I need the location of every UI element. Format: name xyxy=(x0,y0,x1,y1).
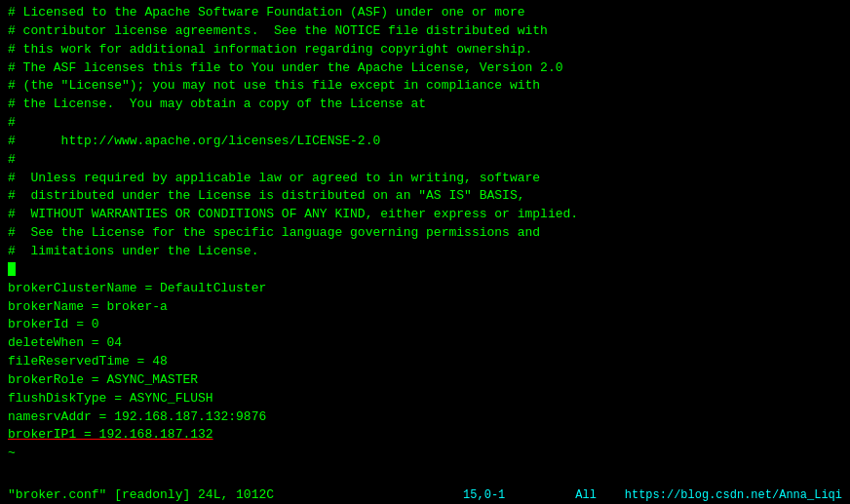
line-23: namesrvAddr = 192.168.187.132:9876 xyxy=(8,408,842,427)
status-view: All xyxy=(575,488,597,502)
line-cursor xyxy=(8,261,842,280)
line-13: # See the License for the specific langu… xyxy=(8,224,842,243)
status-bar: "broker.conf" [readonly] 24L, 1012C 15,0… xyxy=(0,485,850,504)
editor-content: # Licensed to the Apache Software Founda… xyxy=(0,0,850,485)
line-20: fileReservedTime = 48 xyxy=(8,353,842,371)
line-3: # this work for additional information r… xyxy=(8,41,842,59)
line-5: # (the "License"); you may not use this … xyxy=(8,77,842,96)
line-19: deleteWhen = 04 xyxy=(8,334,842,353)
status-link: https://blog.csdn.net/Anna_Liqi xyxy=(625,488,842,502)
line-17: brokerName = broker-a xyxy=(8,298,842,317)
line-8: # http://www.apache.org/licenses/LICENSE… xyxy=(8,133,842,151)
line-7: # xyxy=(8,114,842,133)
status-right-info: 15,0-1 All https://blog.csdn.net/Anna_Li… xyxy=(463,488,842,502)
cursor-block xyxy=(8,262,16,276)
line-14: # limitations under the License. xyxy=(8,243,842,261)
line-21: brokerRole = ASYNC_MASTER xyxy=(8,371,842,390)
status-position: 15,0-1 xyxy=(463,488,505,502)
status-file-info: "broker.conf" [readonly] 24L, 1012C xyxy=(8,487,274,502)
line-tilde: ~ xyxy=(8,445,842,463)
line-2: # contributor license agreements. See th… xyxy=(8,22,842,41)
line-1: # Licensed to the Apache Software Founda… xyxy=(8,4,842,22)
line-24: brokerIP1 = 192.168.187.132 xyxy=(8,426,842,445)
line-18: brokerId = 0 xyxy=(8,316,842,334)
line-9: # xyxy=(8,151,842,170)
line-22: flushDiskType = ASYNC_FLUSH xyxy=(8,390,842,408)
line-4: # The ASF licenses this file to You unde… xyxy=(8,59,842,78)
line-12: # WITHOUT WARRANTIES OR CONDITIONS OF AN… xyxy=(8,206,842,224)
line-16: brokerClusterName = DefaultCluster xyxy=(8,280,842,298)
line-11: # distributed under the License is distr… xyxy=(8,187,842,206)
line-6: # the License. You may obtain a copy of … xyxy=(8,96,842,114)
line-10: # Unless required by applicable law or a… xyxy=(8,170,842,188)
